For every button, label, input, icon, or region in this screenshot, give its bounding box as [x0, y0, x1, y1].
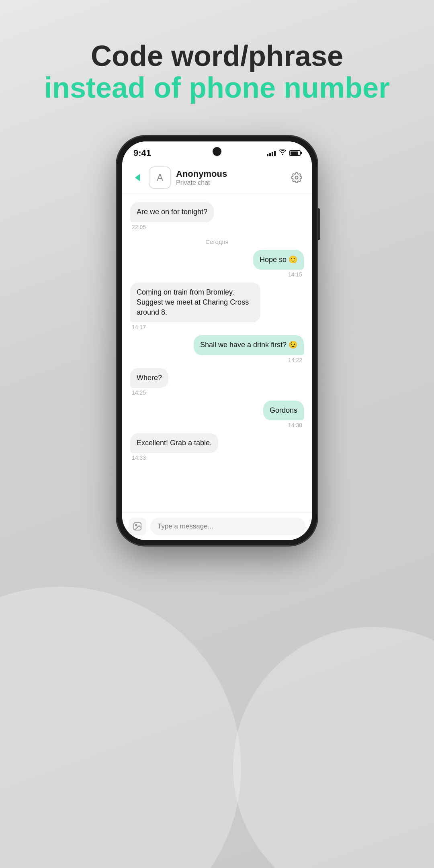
message-bubble: Coming on train from Bromley. Suggest we… — [130, 283, 260, 323]
message-bubble: Hope so 🙂 — [253, 250, 304, 270]
message-time: 14:30 — [288, 422, 302, 428]
headline-section: Code word/phrase instead of phone number — [44, 40, 390, 104]
chat-header: A Anonymous Private chat — [122, 162, 312, 194]
battery-icon — [289, 150, 301, 156]
message-time: 14:33 — [132, 454, 146, 461]
message-bubble: Shall we have a drink first? 😉 — [194, 335, 304, 355]
message-time: 14:17 — [132, 324, 146, 330]
svg-point-0 — [295, 176, 298, 179]
bg-decoration-1 — [0, 587, 241, 868]
status-time: 9:41 — [133, 148, 151, 158]
signal-bar-4 — [274, 151, 276, 156]
battery-fill — [291, 151, 298, 155]
svg-point-2 — [135, 524, 137, 526]
message-bubble: Where? — [130, 368, 168, 388]
gear-icon — [291, 172, 302, 183]
attach-button[interactable] — [129, 518, 146, 535]
signal-bar-3 — [272, 152, 273, 156]
message-time: 14:22 — [288, 357, 302, 363]
phone-outer: 9:41 — [117, 136, 317, 546]
message-time: 14:25 — [132, 389, 146, 396]
wifi-icon — [279, 149, 286, 157]
message-time: 22:05 — [132, 224, 146, 230]
settings-button[interactable] — [289, 170, 304, 185]
phone-screen: 9:41 — [122, 141, 312, 540]
status-icons — [267, 149, 301, 157]
message-bubble: Are we on for tonight? — [130, 202, 214, 222]
message-input[interactable] — [150, 518, 305, 535]
headline-line2: instead of phone number — [44, 72, 390, 104]
message-bubble: Gordons — [263, 401, 304, 420]
camera-notch — [213, 147, 221, 156]
signal-bar-2 — [269, 153, 271, 156]
back-chevron-icon — [135, 174, 140, 181]
headline-line1: Code word/phrase — [44, 40, 390, 72]
signal-bar-1 — [267, 154, 268, 156]
chat-subtitle: Private chat — [176, 179, 289, 186]
date-divider: Сегодня — [205, 238, 229, 245]
back-button[interactable] — [130, 170, 145, 185]
avatar: A — [149, 166, 171, 189]
message-time: 14:15 — [288, 271, 302, 278]
bg-decoration-2 — [233, 627, 434, 868]
messages-area: Are we on for tonight?22:05СегодняHope s… — [122, 194, 312, 512]
chat-name: Anonymous — [176, 169, 289, 179]
phone-mockup: 9:41 — [117, 136, 317, 546]
message-bubble: Excellent! Grab a table. — [130, 433, 218, 453]
input-bar — [122, 512, 312, 540]
chat-info: Anonymous Private chat — [176, 169, 289, 186]
attach-icon — [133, 522, 142, 531]
signal-icon — [267, 150, 276, 156]
